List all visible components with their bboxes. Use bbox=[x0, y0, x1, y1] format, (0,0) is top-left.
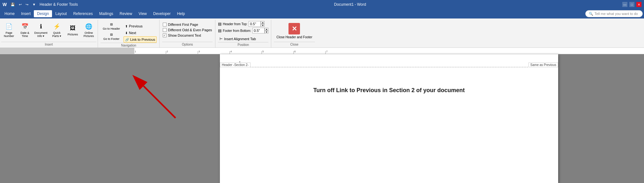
tell-me-input[interactable]: 🔍 Tell me what you want to do bbox=[585, 10, 643, 17]
show-document-text-checkbox[interactable]: Show Document Text bbox=[162, 33, 213, 38]
quick-parts-label: QuickParts ▾ bbox=[52, 32, 62, 38]
menu-references[interactable]: References bbox=[70, 10, 96, 17]
document-header-area[interactable]: Header -Section 2- Same as Previous bbox=[220, 54, 558, 67]
ribbon-group-header-footer: 📄 PageNumber 📅 Date &Time ℹ DocumentInfo… bbox=[0, 20, 98, 48]
svg-text:6: 6 bbox=[294, 50, 296, 53]
insert-alignment-tab-button[interactable]: ⊢ Insert Alignment Tab bbox=[218, 36, 268, 42]
next-icon: ⬇ bbox=[125, 31, 128, 35]
go-to-footer-label: Go to Footer bbox=[103, 37, 120, 41]
header-from-top-icon: ▤ bbox=[218, 22, 221, 26]
quick-access-dropdown[interactable]: ▼ bbox=[31, 2, 37, 7]
link-icon: 🔗 bbox=[125, 38, 129, 41]
ruler-left-margin bbox=[0, 48, 134, 54]
online-pictures-label: OnlinePictures bbox=[84, 32, 94, 38]
different-first-page-checkbox[interactable]: Different First Page bbox=[162, 22, 213, 27]
ribbon: 📄 PageNumber 📅 Date &Time ℹ DocumentInfo… bbox=[0, 18, 644, 48]
different-first-page-checkmark bbox=[163, 23, 167, 26]
alignment-tab-icon: ⊢ bbox=[220, 37, 223, 41]
document-info-button[interactable]: ℹ DocumentInfo ▾ bbox=[33, 20, 49, 40]
go-to-header-button[interactable]: ▤ Go to Header bbox=[101, 22, 122, 31]
header-from-top-up[interactable]: ▲ bbox=[261, 21, 265, 24]
minimize-button[interactable]: — bbox=[622, 2, 627, 7]
quick-parts-button[interactable]: ⚡ QuickParts ▾ bbox=[49, 20, 64, 40]
window-controls[interactable]: — □ ✕ bbox=[622, 2, 641, 7]
show-document-text-checkmark bbox=[163, 33, 167, 37]
menu-help[interactable]: Help bbox=[174, 10, 188, 17]
ruler-main: 1 2 3 4 5 6 7 bbox=[134, 48, 644, 54]
menu-view[interactable]: View bbox=[135, 10, 150, 17]
link-to-previous-label: Link to Previous bbox=[130, 38, 155, 41]
show-document-text-label: Show Document Text bbox=[168, 33, 201, 37]
footer-from-bottom-up[interactable]: ▲ bbox=[265, 28, 268, 31]
svg-text:4: 4 bbox=[230, 50, 232, 53]
svg-text:5: 5 bbox=[262, 50, 264, 53]
date-time-label: Date &Time bbox=[20, 32, 29, 38]
link-to-previous-button[interactable]: 🔗 Link to Previous bbox=[124, 36, 157, 43]
quick-parts-icon: ⚡ bbox=[52, 22, 61, 31]
previous-icon: ⬆ bbox=[125, 25, 128, 28]
insert-alignment-tab-label: Insert Alignment Tab bbox=[224, 37, 256, 41]
menu-developer[interactable]: Developer bbox=[150, 10, 174, 17]
page-number-label: PageNumber bbox=[4, 32, 14, 38]
menu-mailings[interactable]: Mailings bbox=[96, 10, 116, 17]
header-number-button[interactable]: 📄 PageNumber bbox=[1, 20, 17, 40]
footer-from-bottom-input[interactable] bbox=[252, 28, 265, 33]
document-container: Header -Section 2- Same as Previous Turn… bbox=[134, 54, 644, 183]
document-page: Header -Section 2- Same as Previous Turn… bbox=[220, 54, 558, 183]
svg-text:7: 7 bbox=[326, 50, 328, 53]
date-time-button[interactable]: 📅 Date &Time bbox=[17, 20, 33, 40]
close-group-label: Close bbox=[274, 42, 315, 47]
search-icon: 🔍 bbox=[589, 12, 593, 16]
menu-bar: Home Insert Design Layout References Mai… bbox=[0, 9, 644, 18]
menu-insert[interactable]: Insert bbox=[18, 10, 34, 17]
header-from-top-spinner[interactable]: ▲ ▼ bbox=[261, 21, 265, 27]
footer-from-bottom-down[interactable]: ▼ bbox=[265, 31, 268, 33]
menu-home[interactable]: Home bbox=[1, 10, 18, 17]
quick-access-toolbar: 💾 ↩ ↪ ▼ bbox=[9, 2, 37, 7]
header-from-top-label: Header from Top: bbox=[223, 22, 247, 26]
header-from-top-input[interactable] bbox=[249, 21, 261, 27]
next-label: Next bbox=[129, 31, 136, 35]
header-section-label: Header -Section 2- bbox=[220, 62, 251, 67]
close-header-footer-button[interactable]: ✕ Close Header and Footer bbox=[274, 22, 315, 40]
header-from-top-down[interactable]: ▼ bbox=[261, 24, 265, 27]
menu-design[interactable]: Design bbox=[34, 10, 52, 17]
document-info-icon: ℹ bbox=[36, 22, 45, 31]
document-title: Document1 - Word bbox=[334, 2, 366, 7]
footer-from-bottom-row: ▤ Footer from Bottom: ▲ ▼ bbox=[218, 28, 268, 33]
ribbon-group-close: ✕ Close Header and Footer Close bbox=[271, 20, 317, 48]
header-divider-line bbox=[239, 67, 539, 67]
online-pictures-icon: 🌐 bbox=[84, 22, 93, 31]
close-header-footer-label: Close Header and Footer bbox=[276, 35, 312, 39]
tell-me-placeholder: Tell me what you want to do bbox=[595, 12, 638, 16]
undo-button[interactable]: ↩ bbox=[18, 2, 23, 7]
go-to-header-label: Go to Header bbox=[103, 27, 120, 31]
previous-button[interactable]: ⬆ Previous bbox=[124, 23, 157, 29]
ribbon-group-position: ▤ Header from Top: ▲ ▼ ▤ Footer from Bot… bbox=[215, 20, 271, 48]
save-button[interactable]: 💾 bbox=[9, 2, 16, 7]
redo-button[interactable]: ↪ bbox=[24, 2, 30, 7]
svg-text:2: 2 bbox=[167, 50, 168, 53]
ribbon-group-options: Different First Page Different Odd & Eve… bbox=[160, 20, 215, 48]
ruler-markings: 1 2 3 4 5 6 7 bbox=[134, 48, 644, 54]
document-info-label: DocumentInfo ▾ bbox=[34, 32, 47, 38]
svg-text:3: 3 bbox=[198, 50, 200, 53]
options-group-label: Options bbox=[162, 42, 213, 47]
next-button[interactable]: ⬇ Next bbox=[124, 30, 157, 36]
header-from-top-row: ▤ Header from Top: ▲ ▼ bbox=[218, 21, 268, 27]
footer-from-bottom-spinner[interactable]: ▲ ▼ bbox=[265, 28, 268, 33]
menu-review[interactable]: Review bbox=[116, 10, 135, 17]
footer-from-bottom-label: Footer from Bottom: bbox=[223, 29, 251, 33]
title-bar: W 💾 ↩ ↪ ▼ Header & Footer Tools Document… bbox=[0, 0, 644, 9]
position-group-label: Position bbox=[218, 42, 268, 47]
online-pictures-button[interactable]: 🌐 OnlinePictures bbox=[81, 20, 96, 40]
maximize-button[interactable]: □ bbox=[629, 2, 634, 7]
menu-layout[interactable]: Layout bbox=[52, 10, 70, 17]
pictures-button[interactable]: 🖼 Pictures bbox=[65, 20, 80, 40]
navigation-group-label: Navigation bbox=[101, 43, 157, 48]
main-content-area: Header -Section 2- Same as Previous Turn… bbox=[0, 54, 644, 183]
go-to-footer-button[interactable]: ▤ Go to Footer bbox=[101, 32, 122, 41]
document-body[interactable]: Turn off Link to Previous in Section 2 o… bbox=[220, 70, 558, 134]
different-odd-even-checkbox[interactable]: Different Odd & Even Pages bbox=[162, 28, 213, 32]
close-window-button[interactable]: ✕ bbox=[636, 2, 641, 7]
